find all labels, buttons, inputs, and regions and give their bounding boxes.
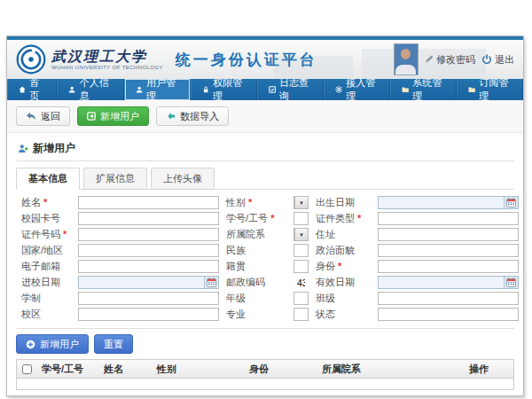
campus-card-no-input[interactable] [78,212,219,225]
field-label-name: 姓名 * [21,196,71,209]
address-input[interactable] [378,228,519,241]
add-user-submit-button[interactable]: 新增用户 [16,334,89,354]
id-type-input[interactable] [378,212,519,225]
field-control-country-region [78,244,219,257]
checklist-icon [269,85,276,94]
logout-label: 退出 [495,53,514,66]
field-label-postal-code: 邮政编码 [226,276,286,289]
chevron-down-icon[interactable]: ▼ [294,197,308,208]
department-select[interactable]: ▼ [293,228,309,241]
field-label-gender: 性别 * [226,196,286,209]
column-header-5: 所属院系 [317,363,464,376]
campus-input[interactable] [78,308,219,321]
nav-item-access-management[interactable]: 接入管理 [324,79,390,100]
nav-item-log-query[interactable]: 日志查询 [257,79,324,100]
field-control-class [378,292,519,305]
field-control-department: ▼ [293,228,309,241]
nav-label: 接入管理 [346,76,379,103]
major-input[interactable] [293,308,309,321]
field-control-id-type [378,212,519,225]
back-label: 返回 [41,110,60,122]
native-place-input[interactable] [293,260,309,273]
field-label-identity: 身份 * [316,260,371,273]
tab-extended-info[interactable]: 扩展信息 [83,168,147,190]
required-star: * [248,197,252,207]
select-all-checkbox[interactable] [22,364,32,374]
main-nav: 首页 个人信息 用户管理 权限管理 日志查询 接入管理 系统管理 订阅管理 [7,79,523,100]
grade-input[interactable] [293,292,309,305]
form-actions: 新增用户 重置 [16,334,514,354]
user-table: 学号/工号姓名性别身份所属院系操作 [16,359,514,390]
required-star: * [43,197,47,207]
column-header-6: 操作 [464,363,513,376]
valid-date-field [378,276,519,289]
valid-date-input[interactable] [379,277,504,288]
postal-code-input[interactable] [293,276,309,289]
field-control-identity [378,260,519,273]
add-user-icon [87,112,96,121]
change-password-link[interactable]: 修改密码 [425,53,475,66]
nav-item-system-management[interactable]: 系统管理 [390,79,457,100]
field-control-birth-date [378,196,519,209]
birth-date-input[interactable] [379,197,504,208]
field-control-enroll-date [78,276,219,289]
field-control-major [293,308,309,321]
name-input[interactable] [78,196,219,209]
reset-button[interactable]: 重置 [94,334,133,354]
calendar-button[interactable] [204,277,218,288]
nav-item-home[interactable]: 首页 [7,79,57,100]
field-label-address: 住址 [316,228,371,241]
back-arrow-icon [26,112,36,121]
tab-basic-info[interactable]: 基本信息 [16,168,80,190]
power-icon [481,54,492,65]
field-label-ethnicity: 民族 [226,244,286,257]
student-id-input[interactable] [293,212,309,225]
political-status-input[interactable] [378,244,519,257]
country-region-input[interactable] [78,244,219,257]
home-icon [19,85,26,94]
field-control-political-status [378,244,519,257]
person-plus-icon [18,144,28,154]
enroll-date-input[interactable] [79,277,204,288]
nav-label: 日志查询 [279,76,312,103]
user-icon [136,85,143,94]
field-control-id-number [78,228,219,241]
field-control-campus [78,308,219,321]
toolbar: 返回 新增用户 数据导入 [7,100,523,133]
field-control-name [78,196,219,209]
identity-input[interactable] [378,260,519,273]
section-title: 新增用户 [33,141,75,156]
required-star: * [338,261,341,271]
pencil-icon [425,55,434,64]
column-header-1: 学号/工号 [36,363,98,376]
import-arrow-icon [166,112,176,121]
nav-item-user-management[interactable]: 用户管理 [124,79,191,100]
add-user-button-toolbar[interactable]: 新增用户 [77,106,149,126]
logout-link[interactable]: 退出 [481,53,514,66]
nav-item-subscription-management[interactable]: 订阅管理 [457,79,523,100]
class-input[interactable] [378,292,519,305]
id-number-input[interactable] [78,228,219,241]
email-input[interactable] [78,260,219,273]
status-input[interactable] [378,308,519,321]
form-tabs: 基本信息 扩展信息 上传头像 [16,168,514,189]
app-window: 武汉理工大学 WUHAN UNIVERSITY OF TECHNOLOGY 统一… [6,35,524,396]
calendar-button[interactable] [504,197,518,208]
field-label-id-number: 证件号码 * [21,228,71,241]
data-import-button[interactable]: 数据导入 [156,106,229,126]
birth-date-field [378,196,519,209]
tab-upload-avatar[interactable]: 上传头像 [151,168,215,190]
schooling-length-input[interactable] [78,292,219,305]
field-control-valid-date [378,276,519,289]
field-label-student-id: 学号/工号 * [226,212,286,225]
back-button[interactable]: 返回 [16,106,70,126]
platform-title: 统一身份认证平台 [176,50,317,70]
nav-item-permission-management[interactable]: 权限管理 [191,79,257,100]
calendar-button[interactable] [504,277,518,288]
field-label-email: 电子邮箱 [21,260,71,273]
ethnicity-input[interactable] [293,244,309,257]
gender-select[interactable]: ▼ [293,196,309,209]
chevron-down-icon[interactable]: ▼ [294,229,308,240]
nav-item-personal-info[interactable]: 个人信息 [57,79,123,100]
field-label-birth-date: 出生日期 [316,196,371,209]
